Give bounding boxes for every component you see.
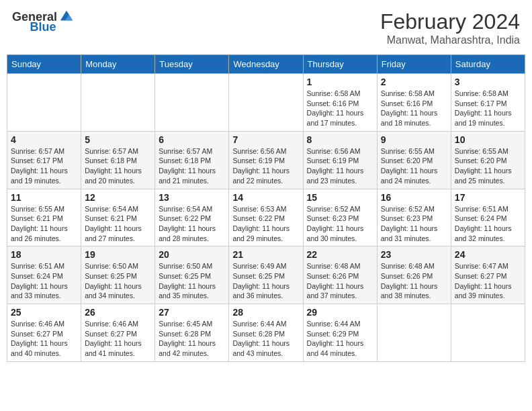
day-info: Sunrise: 6:44 AMSunset: 6:29 PMDaylight:… bbox=[307, 319, 373, 359]
calendar-header-row: Sunday Monday Tuesday Wednesday Thursday… bbox=[7, 55, 525, 74]
logo-blue-text: Blue bbox=[30, 20, 56, 34]
day-info: Sunrise: 6:48 AMSunset: 6:26 PMDaylight:… bbox=[381, 261, 447, 301]
day-number: 27 bbox=[159, 307, 225, 318]
day-info: Sunrise: 6:58 AMSunset: 6:17 PMDaylight:… bbox=[455, 89, 521, 128]
calendar-cell: 14Sunrise: 6:53 AMSunset: 6:22 PMDayligh… bbox=[229, 189, 303, 246]
day-number: 8 bbox=[307, 134, 373, 145]
calendar-week-row: 11Sunrise: 6:55 AMSunset: 6:21 PMDayligh… bbox=[7, 189, 525, 246]
calendar-cell bbox=[155, 74, 229, 132]
calendar-cell: 9Sunrise: 6:55 AMSunset: 6:20 PMDaylight… bbox=[377, 131, 451, 189]
day-number: 23 bbox=[381, 249, 447, 260]
day-info: Sunrise: 6:53 AMSunset: 6:22 PMDaylight:… bbox=[232, 204, 299, 244]
day-number: 12 bbox=[85, 192, 151, 203]
day-info: Sunrise: 6:45 AMSunset: 6:28 PMDaylight:… bbox=[159, 319, 225, 359]
day-number: 21 bbox=[232, 249, 299, 260]
calendar-cell: 19Sunrise: 6:50 AMSunset: 6:25 PMDayligh… bbox=[81, 246, 155, 304]
day-number: 19 bbox=[85, 249, 151, 260]
calendar-cell: 29Sunrise: 6:44 AMSunset: 6:29 PMDayligh… bbox=[303, 304, 377, 362]
calendar-cell: 23Sunrise: 6:48 AMSunset: 6:26 PMDayligh… bbox=[377, 246, 451, 304]
day-info: Sunrise: 6:54 AMSunset: 6:22 PMDaylight:… bbox=[159, 204, 225, 244]
calendar-cell bbox=[451, 304, 525, 362]
calendar-cell bbox=[229, 74, 303, 132]
day-number: 10 bbox=[455, 134, 521, 145]
col-wednesday: Wednesday bbox=[229, 55, 303, 74]
calendar-cell: 8Sunrise: 6:56 AMSunset: 6:19 PMDaylight… bbox=[303, 131, 377, 189]
calendar-cell: 3Sunrise: 6:58 AMSunset: 6:17 PMDaylight… bbox=[451, 74, 525, 132]
logo: General Blue bbox=[12, 9, 74, 34]
calendar-cell: 7Sunrise: 6:56 AMSunset: 6:19 PMDaylight… bbox=[229, 131, 303, 189]
col-tuesday: Tuesday bbox=[155, 55, 229, 74]
calendar-cell: 21Sunrise: 6:49 AMSunset: 6:25 PMDayligh… bbox=[229, 246, 303, 304]
day-number: 1 bbox=[307, 77, 373, 87]
day-info: Sunrise: 6:57 AMSunset: 6:18 PMDaylight:… bbox=[85, 146, 151, 186]
day-info: Sunrise: 6:52 AMSunset: 6:23 PMDaylight:… bbox=[307, 204, 373, 244]
day-number: 14 bbox=[232, 192, 299, 203]
calendar-cell: 20Sunrise: 6:50 AMSunset: 6:25 PMDayligh… bbox=[155, 246, 229, 304]
calendar-week-row: 4Sunrise: 6:57 AMSunset: 6:17 PMDaylight… bbox=[7, 131, 525, 189]
col-monday: Monday bbox=[81, 55, 155, 74]
calendar-cell: 26Sunrise: 6:46 AMSunset: 6:27 PMDayligh… bbox=[81, 304, 155, 362]
calendar-cell: 17Sunrise: 6:51 AMSunset: 6:24 PMDayligh… bbox=[451, 189, 525, 246]
day-number: 20 bbox=[159, 249, 225, 260]
day-number: 5 bbox=[85, 134, 151, 145]
calendar-cell: 24Sunrise: 6:47 AMSunset: 6:27 PMDayligh… bbox=[451, 246, 525, 304]
day-number: 3 bbox=[455, 77, 521, 87]
calendar-cell: 25Sunrise: 6:46 AMSunset: 6:27 PMDayligh… bbox=[7, 304, 81, 362]
day-info: Sunrise: 6:46 AMSunset: 6:27 PMDaylight:… bbox=[85, 319, 151, 359]
calendar-cell: 5Sunrise: 6:57 AMSunset: 6:18 PMDaylight… bbox=[81, 131, 155, 189]
day-info: Sunrise: 6:55 AMSunset: 6:20 PMDaylight:… bbox=[455, 146, 521, 186]
day-info: Sunrise: 6:57 AMSunset: 6:18 PMDaylight:… bbox=[159, 146, 225, 186]
day-info: Sunrise: 6:56 AMSunset: 6:19 PMDaylight:… bbox=[232, 146, 299, 186]
calendar-cell: 18Sunrise: 6:51 AMSunset: 6:24 PMDayligh… bbox=[7, 246, 81, 304]
calendar-cell: 4Sunrise: 6:57 AMSunset: 6:17 PMDaylight… bbox=[7, 131, 81, 189]
day-number: 16 bbox=[381, 192, 447, 203]
day-info: Sunrise: 6:49 AMSunset: 6:25 PMDaylight:… bbox=[232, 261, 299, 301]
day-info: Sunrise: 6:55 AMSunset: 6:21 PMDaylight:… bbox=[11, 204, 77, 244]
day-info: Sunrise: 6:56 AMSunset: 6:19 PMDaylight:… bbox=[307, 146, 373, 186]
day-info: Sunrise: 6:58 AMSunset: 6:16 PMDaylight:… bbox=[381, 89, 447, 128]
day-info: Sunrise: 6:46 AMSunset: 6:27 PMDaylight:… bbox=[11, 319, 77, 359]
calendar-cell: 28Sunrise: 6:44 AMSunset: 6:28 PMDayligh… bbox=[229, 304, 303, 362]
calendar-cell bbox=[7, 74, 81, 132]
calendar-cell: 11Sunrise: 6:55 AMSunset: 6:21 PMDayligh… bbox=[7, 189, 81, 246]
day-number: 29 bbox=[307, 307, 373, 318]
day-info: Sunrise: 6:50 AMSunset: 6:25 PMDaylight:… bbox=[85, 261, 151, 301]
day-info: Sunrise: 6:57 AMSunset: 6:17 PMDaylight:… bbox=[11, 146, 77, 186]
day-number: 24 bbox=[455, 249, 521, 260]
col-saturday: Saturday bbox=[451, 55, 525, 74]
col-sunday: Sunday bbox=[7, 55, 81, 74]
calendar-week-row: 25Sunrise: 6:46 AMSunset: 6:27 PMDayligh… bbox=[7, 304, 525, 362]
day-info: Sunrise: 6:51 AMSunset: 6:24 PMDaylight:… bbox=[455, 204, 521, 244]
day-info: Sunrise: 6:58 AMSunset: 6:16 PMDaylight:… bbox=[307, 89, 373, 128]
day-info: Sunrise: 6:50 AMSunset: 6:25 PMDaylight:… bbox=[159, 261, 225, 301]
day-info: Sunrise: 6:52 AMSunset: 6:23 PMDaylight:… bbox=[381, 204, 447, 244]
calendar-cell: 13Sunrise: 6:54 AMSunset: 6:22 PMDayligh… bbox=[155, 189, 229, 246]
day-number: 18 bbox=[11, 249, 77, 260]
day-number: 6 bbox=[159, 134, 225, 145]
location-subtitle: Manwat, Maharashtra, India bbox=[380, 34, 520, 46]
day-number: 13 bbox=[159, 192, 225, 203]
day-info: Sunrise: 6:51 AMSunset: 6:24 PMDaylight:… bbox=[11, 261, 77, 301]
calendar-cell: 12Sunrise: 6:54 AMSunset: 6:21 PMDayligh… bbox=[81, 189, 155, 246]
day-number: 26 bbox=[85, 307, 151, 318]
logo-icon bbox=[59, 9, 74, 24]
calendar-cell: 22Sunrise: 6:48 AMSunset: 6:26 PMDayligh… bbox=[303, 246, 377, 304]
calendar-cell: 15Sunrise: 6:52 AMSunset: 6:23 PMDayligh… bbox=[303, 189, 377, 246]
day-info: Sunrise: 6:44 AMSunset: 6:28 PMDaylight:… bbox=[232, 319, 299, 359]
calendar-cell bbox=[81, 74, 155, 132]
calendar-cell: 2Sunrise: 6:58 AMSunset: 6:16 PMDaylight… bbox=[377, 74, 451, 132]
calendar-table: Sunday Monday Tuesday Wednesday Thursday… bbox=[7, 54, 525, 362]
day-number: 17 bbox=[455, 192, 521, 203]
day-number: 22 bbox=[307, 249, 373, 260]
calendar-cell: 6Sunrise: 6:57 AMSunset: 6:18 PMDaylight… bbox=[155, 131, 229, 189]
day-number: 11 bbox=[11, 192, 77, 203]
calendar-cell: 1Sunrise: 6:58 AMSunset: 6:16 PMDaylight… bbox=[303, 74, 377, 132]
calendar-week-row: 18Sunrise: 6:51 AMSunset: 6:24 PMDayligh… bbox=[7, 246, 525, 304]
day-info: Sunrise: 6:47 AMSunset: 6:27 PMDaylight:… bbox=[455, 261, 521, 301]
day-info: Sunrise: 6:48 AMSunset: 6:26 PMDaylight:… bbox=[307, 261, 373, 301]
calendar-cell: 10Sunrise: 6:55 AMSunset: 6:20 PMDayligh… bbox=[451, 131, 525, 189]
day-number: 7 bbox=[232, 134, 299, 145]
calendar-cell: 27Sunrise: 6:45 AMSunset: 6:28 PMDayligh… bbox=[155, 304, 229, 362]
page-header: General Blue February 2024 Manwat, Mahar… bbox=[7, 7, 525, 49]
day-number: 28 bbox=[232, 307, 299, 318]
